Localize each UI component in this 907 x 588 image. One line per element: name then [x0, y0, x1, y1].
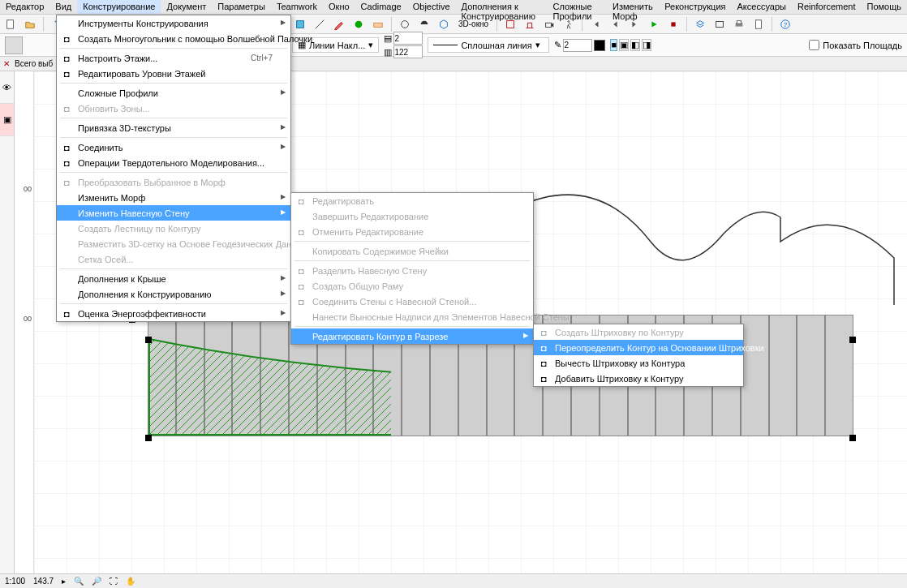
field-b[interactable] [393, 45, 423, 58]
menu-item: Нанести Выносные Надписи для Элементов Н… [291, 309, 533, 324]
anchor-point[interactable] [145, 337, 152, 343]
menu-window[interactable]: Окно [323, 0, 355, 14]
menu-item-label: Редактировать Уровни Этажей [78, 69, 205, 79]
element-preview[interactable] [5, 36, 23, 54]
hatch-icon: ◘ [537, 326, 550, 339]
pencil-icon[interactable] [331, 16, 347, 32]
line-icon[interactable] [312, 16, 328, 32]
menu-teamwork[interactable]: Teamwork [271, 0, 323, 14]
menu-complex-profiles[interactable]: Сложные Профили [548, 0, 608, 14]
zone-icon: ◘ [60, 102, 73, 115]
tool-tab-icon[interactable]: ▣ [0, 104, 14, 136]
section-icon[interactable] [502, 16, 518, 32]
menu-objective[interactable]: Objective [407, 0, 456, 14]
eye-tab-icon[interactable]: 👁 [0, 71, 14, 104]
fill-icon[interactable] [292, 16, 308, 32]
menu-view[interactable]: Вид [49, 0, 77, 14]
coord-readout: 143.7 [33, 577, 54, 586]
menu-item-label: Дополнения к Крыше [78, 274, 166, 284]
show-area-check[interactable]: Показать Площадь [809, 40, 902, 50]
palette-icon[interactable] [370, 16, 386, 32]
menu-item[interactable]: Сложные Профили [57, 85, 290, 101]
help-icon[interactable]: ? [777, 16, 793, 32]
menu-item[interactable]: Изменить Навесную Стену [57, 205, 290, 221]
print-icon[interactable] [731, 16, 747, 32]
anchor-point[interactable] [145, 435, 152, 441]
cube-3d-icon[interactable] [436, 16, 452, 32]
anchor-point[interactable] [849, 435, 856, 441]
energy-icon: ◘ [60, 307, 73, 320]
page-icon[interactable] [750, 16, 767, 32]
show-area-checkbox[interactable] [809, 40, 819, 50]
mode-1-icon[interactable]: ■ [610, 39, 617, 51]
mode-2-icon[interactable]: ▣ [619, 39, 629, 51]
camera-icon[interactable] [541, 16, 557, 32]
play-icon[interactable] [646, 16, 662, 32]
menu-item[interactable]: ◘Создать Многоугольник с помощью Волшебн… [57, 31, 290, 46]
elev-icon[interactable] [522, 16, 538, 32]
ruler-mark: 00 [24, 315, 32, 323]
mode-3-icon[interactable]: ◧ [630, 39, 640, 51]
menu-design[interactable]: Конструирование [77, 0, 161, 14]
walk-icon[interactable] [561, 16, 577, 32]
status-chevron-icon[interactable]: ▸ [62, 577, 66, 586]
menu-help[interactable]: Помощь [861, 0, 907, 14]
menu-item[interactable]: Дополнения к Крыше [57, 271, 290, 286]
menu-item: ◘Обновить Зоны... [57, 101, 290, 116]
stop-icon[interactable] [665, 16, 681, 32]
svg-rect-7 [546, 23, 552, 27]
menu-item: ◘Преобразовать Выбранное в Морф [57, 174, 290, 190]
menu-item[interactable]: ◘Редактировать Уровни Этажей [57, 66, 290, 81]
menu-modify-morph[interactable]: Изменить Морф [607, 0, 659, 14]
add-icon: ◘ [537, 372, 550, 385]
zoom-in-icon[interactable]: 🔍 [74, 577, 84, 586]
menu-cadimage[interactable]: Cadimage [355, 0, 407, 14]
menu-reconstruction[interactable]: Реконструкция [659, 0, 731, 14]
menu-editor[interactable]: Редактор [0, 0, 49, 14]
hand-icon[interactable]: ✋ [126, 577, 135, 586]
menu-addons-design[interactable]: Дополнения к Конструированию [456, 0, 548, 14]
pen-field[interactable] [563, 39, 592, 52]
anchor-point[interactable] [849, 337, 856, 343]
zoom-readout[interactable]: 1:100 [5, 577, 25, 586]
menu-item[interactable]: Инструменты Конструирования [57, 15, 290, 31]
new-icon[interactable] [2, 16, 19, 32]
go-next-icon[interactable] [626, 16, 643, 32]
menu-item[interactable]: ◘Вычесть Штриховку из Контура [534, 355, 743, 371]
open-icon[interactable] [22, 16, 38, 32]
nav-close-icon[interactable]: ✕ [3, 59, 10, 68]
menu-params[interactable]: Параметры [212, 0, 271, 14]
go-prev-icon[interactable] [607, 16, 623, 32]
menu-reinforcement[interactable]: Reinforcement [792, 0, 862, 14]
fit-icon[interactable]: ⛶ [110, 577, 118, 586]
cancel-icon: ◘ [294, 225, 307, 238]
menu-shortcut: Ctrl+7 [251, 54, 273, 62]
go-first-icon[interactable] [587, 16, 604, 32]
menu-item[interactable]: Изменить Морф [57, 190, 290, 205]
menu-item[interactable]: ◘Операции Твердотельного Моделирования..… [57, 155, 290, 170]
menu-item[interactable]: Дополнения к Конструированию [57, 286, 290, 302]
menu-item-label: Настроить Этажи... [78, 54, 157, 63]
menu-accessories[interactable]: Аксессуары [732, 0, 792, 14]
menu-item[interactable]: Редактировать Контур в Разрезе [291, 328, 533, 344]
menu-item[interactable]: ◘Добавить Штриховку к Контуру [534, 371, 743, 386]
color-icon[interactable] [350, 16, 367, 32]
menu-item: ◘Соединить Стены с Навесной Стеной... [291, 294, 533, 309]
menu-document[interactable]: Документ [161, 0, 212, 14]
menu-item-label: Создать Штриховку по Контуру [555, 328, 684, 337]
line-style-picker[interactable]: Сплошная линия ▾ [428, 37, 549, 53]
mode-4-icon[interactable]: ◨ [642, 39, 651, 51]
menu-item[interactable]: Привязка 3D-текстуры [57, 120, 290, 135]
menu-item[interactable]: ◘Настроить Этажи...Ctrl+7 [57, 50, 290, 66]
zoom-out-icon[interactable]: 🔎 [92, 577, 101, 586]
half-circle-icon[interactable] [416, 16, 432, 32]
layers-icon[interactable] [692, 16, 708, 32]
menu-item[interactable]: ◘Соединить [57, 139, 290, 155]
pen-color-swatch[interactable] [594, 40, 605, 51]
menu-item[interactable]: ◘Переопределить Контур на Основании Штри… [534, 340, 743, 355]
menu-item-label: Создать Общую Раму [312, 281, 403, 291]
publish-icon[interactable] [711, 16, 728, 32]
circle-icon[interactable] [397, 16, 413, 32]
menu-item[interactable]: ◘Оценка Энергоэффективности [57, 306, 290, 321]
field-a[interactable] [393, 32, 423, 45]
